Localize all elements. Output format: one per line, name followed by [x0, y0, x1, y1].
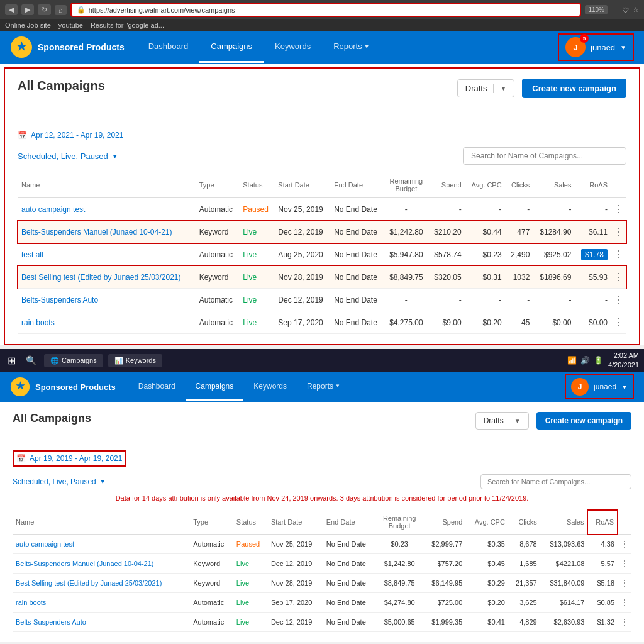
cell-more[interactable]: ⋮ [618, 574, 631, 593]
refresh-button[interactable]: ↻ [38, 4, 51, 15]
cell-cpc: $0.20 [465, 593, 508, 613]
nav-dashboard-bottom[interactable]: Dashboard [128, 373, 186, 401]
nav-reports[interactable]: Reports ▼ [322, 31, 380, 63]
user-section[interactable]: J 5 junaed ▼ [558, 33, 634, 61]
create-campaign-button-bottom[interactable]: Create new campaign [536, 412, 631, 430]
cell-more[interactable]: ⋮ [618, 613, 631, 632]
status-filters-bottom[interactable]: Scheduled, Live, Paused ▼ [13, 477, 106, 486]
nav-keywords-bottom[interactable]: Keywords [243, 373, 297, 401]
address-bar[interactable]: 🔒 https://advertising.walmart.com/view/c… [70, 3, 582, 17]
cell-type: Automatic [190, 593, 233, 613]
cell-sales: - [533, 289, 575, 311]
date-filter-top[interactable]: 📅 Apr 12, 2021 - Apr 19, 2021 [18, 131, 123, 140]
start-button[interactable]: ⊞ [5, 352, 18, 369]
cell-status: Paused [239, 198, 274, 221]
taskbar-app-2[interactable]: 📊 Keywords [108, 354, 162, 367]
home-button[interactable]: ⌂ [55, 5, 67, 15]
bookmark-1[interactable]: Online Job site [5, 21, 51, 29]
cell-spend: $210.20 [428, 221, 465, 243]
browser-toolbar: ◀ ▶ ↻ ⌂ 🔒 https://advertising.walmart.co… [0, 0, 644, 19]
table-row: Best Selling test (Edited by Junaed 25/0… [18, 266, 626, 289]
cell-sales: $4221.08 [540, 554, 588, 574]
back-button[interactable]: ◀ [5, 4, 18, 15]
cell-more[interactable]: ⋮ [611, 243, 626, 266]
cell-clicks: - [506, 289, 534, 311]
user-section-bottom[interactable]: J junaed ▼ [565, 374, 634, 399]
status-filters-text-bottom: Scheduled, Live, Paused [13, 477, 96, 486]
cell-clicks: 2,490 [506, 243, 534, 266]
page-title: All Campaigns [18, 79, 123, 93]
cell-more[interactable]: ⋮ [611, 198, 626, 221]
cell-type: Automatic [196, 311, 240, 334]
cell-more[interactable]: ⋮ [618, 535, 631, 554]
cell-more[interactable]: ⋮ [611, 311, 626, 334]
cell-remaining: $5,000.65 [377, 613, 423, 632]
bookmark-3[interactable]: Results for "google ad... [91, 21, 164, 29]
cell-more[interactable]: ⋮ [611, 266, 626, 289]
main-content-bottom: All Campaigns 📅 Apr 19, 2019 - Apr 19, 2… [0, 402, 644, 642]
bookmark-icon: ☆ [633, 6, 639, 14]
cell-cpc: $0.20 [465, 311, 506, 334]
col-status: Status [239, 172, 274, 198]
cell-more[interactable]: ⋮ [611, 289, 626, 311]
username: junaed [591, 43, 615, 52]
nav-links-bottom: Dashboard Campaigns Keywords Reports ▼ [128, 373, 565, 401]
col-cpc-b: Avg. CPC [465, 510, 508, 535]
cell-remaining: $8,849.75 [377, 574, 423, 593]
cell-more[interactable]: ⋮ [611, 221, 626, 243]
date-range-bottom: Apr 19, 2019 - Apr 19, 2021 [30, 454, 122, 463]
brand-title: Sponsored Products [38, 42, 125, 52]
forward-button[interactable]: ▶ [21, 4, 34, 15]
cell-start: Dec 12, 2019 [274, 289, 330, 311]
cell-end: No End Date [330, 198, 384, 221]
col-start-b: Start Date [268, 510, 323, 535]
cell-spend: $6,149.95 [423, 574, 466, 593]
walmart-logo: ★ [10, 36, 33, 58]
date-filter-bottom[interactable]: 📅 Apr 19, 2019 - Apr 19, 2021 [13, 450, 126, 467]
cell-more[interactable]: ⋮ [618, 593, 631, 613]
clock-date: 4/20/2021 [608, 360, 639, 370]
cell-type: Automatic [196, 198, 240, 221]
taskbar-clock: 2:02 AM 4/20/2021 [608, 351, 639, 370]
table-row: Belts-Suspenders Auto Automatic Live Dec… [13, 613, 631, 632]
cell-end: No End Date [323, 613, 377, 632]
nav-campaigns[interactable]: Campaigns [199, 31, 264, 63]
cell-clicks: - [506, 198, 534, 221]
svg-text:★: ★ [16, 380, 25, 391]
col-start: Start Date [274, 172, 330, 198]
cell-sales: $1896.69 [533, 266, 575, 289]
cell-roas: $0.00 [575, 311, 611, 334]
drafts-dropdown-bottom[interactable]: Drafts ▼ [475, 412, 529, 430]
drafts-dropdown[interactable]: Drafts ▼ [457, 79, 515, 97]
col-end: End Date [330, 172, 384, 198]
nav-campaigns-bottom[interactable]: Campaigns [186, 373, 244, 401]
cell-name: Best Selling test (Edited by Junaed 25/0… [18, 266, 196, 289]
col-roas: RoAS [575, 172, 611, 198]
col-sales-b: Sales [540, 510, 588, 535]
cell-roas: $1.78 [575, 243, 611, 266]
cell-remaining: $1,242.80 [377, 554, 423, 574]
taskbar-app-1[interactable]: 🌐 Campaigns [44, 354, 103, 367]
cell-name: test all [18, 243, 196, 266]
table-row: auto campaign test Automatic Paused Nov … [13, 535, 631, 554]
cell-name: auto campaign test [13, 535, 190, 554]
walmart-logo-bottom: ★ [10, 377, 30, 397]
nav-reports-bottom[interactable]: Reports ▼ [297, 373, 350, 401]
cell-remaining: $4,274.80 [377, 593, 423, 613]
cell-roas: - [575, 198, 611, 221]
cell-remaining: $5,947.80 [384, 243, 428, 266]
cell-more[interactable]: ⋮ [618, 554, 631, 574]
search-input-top[interactable] [463, 147, 626, 165]
status-filters[interactable]: Scheduled, Live, Paused ▼ [18, 152, 118, 161]
create-campaign-button[interactable]: Create new campaign [522, 79, 626, 98]
search-taskbar[interactable]: 🔍 [23, 353, 39, 368]
search-input-bottom[interactable] [480, 474, 631, 489]
nav-dashboard[interactable]: Dashboard [137, 31, 200, 63]
cell-end: No End Date [330, 289, 384, 311]
bookmark-2[interactable]: youtube [58, 21, 83, 29]
nav-keywords[interactable]: Keywords [264, 31, 322, 63]
header-controls-bottom: Drafts ▼ Create new campaign [475, 412, 631, 430]
clock-time: 2:02 AM [608, 351, 639, 360]
cell-start: Nov 28, 2019 [274, 266, 330, 289]
network-icon: 📶 [567, 356, 577, 365]
